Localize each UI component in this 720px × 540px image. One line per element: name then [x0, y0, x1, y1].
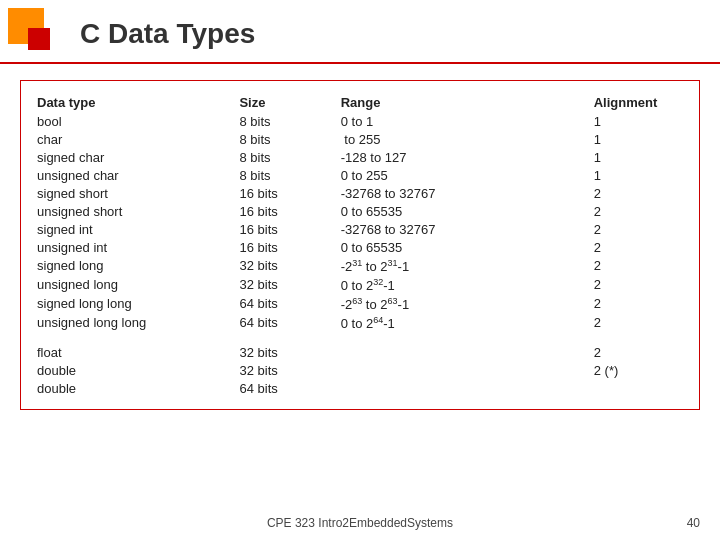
table-row: unsigned short 16 bits 0 to 65535 2	[31, 202, 689, 220]
cell-type: unsigned long long	[31, 314, 233, 333]
table-row: double 64 bits	[31, 379, 689, 397]
cell-range: 0 to 255	[335, 166, 588, 184]
page-title: C Data Types	[80, 18, 255, 50]
cell-range: 0 to 264-1	[335, 314, 588, 333]
table-row: unsigned char 8 bits 0 to 255 1	[31, 166, 689, 184]
cell-align: 2	[588, 343, 689, 361]
top-decoration	[0, 0, 80, 80]
cell-size: 64 bits	[233, 379, 334, 397]
col-header-size: Size	[233, 93, 334, 112]
cell-range	[335, 361, 588, 379]
cell-align: 2	[588, 275, 689, 294]
table-row: unsigned long long 64 bits 0 to 264-1 2	[31, 314, 689, 333]
cell-align: 2	[588, 202, 689, 220]
cell-range: 0 to 65535	[335, 238, 588, 256]
cell-range: -263 to 263-1	[335, 295, 588, 314]
cell-align: 2	[588, 220, 689, 238]
cell-align: 2	[588, 238, 689, 256]
table-row: unsigned int 16 bits 0 to 65535 2	[31, 238, 689, 256]
cell-range: 0 to 232-1	[335, 275, 588, 294]
cell-align	[588, 379, 689, 397]
table-row: signed short 16 bits -32768 to 32767 2	[31, 184, 689, 202]
cell-range	[335, 379, 588, 397]
cell-align: 1	[588, 166, 689, 184]
cell-size: 16 bits	[233, 202, 334, 220]
cell-range: -128 to 127	[335, 148, 588, 166]
cell-type: unsigned long	[31, 275, 233, 294]
cell-align: 1	[588, 112, 689, 130]
cell-size: 32 bits	[233, 275, 334, 294]
table-row: signed char 8 bits -128 to 127 1	[31, 148, 689, 166]
cell-range: to 255	[335, 130, 588, 148]
cell-align: 2	[588, 314, 689, 333]
cell-align: 2 (*)	[588, 361, 689, 379]
cell-type: unsigned char	[31, 166, 233, 184]
cell-align: 2	[588, 295, 689, 314]
cell-type: double	[31, 379, 233, 397]
table-row: signed int 16 bits -32768 to 32767 2	[31, 220, 689, 238]
cell-type: signed short	[31, 184, 233, 202]
cell-align: 2	[588, 256, 689, 275]
cell-type: signed int	[31, 220, 233, 238]
cell-align: 1	[588, 148, 689, 166]
cell-type: signed char	[31, 148, 233, 166]
cell-type: unsigned short	[31, 202, 233, 220]
cell-range: -32768 to 32767	[335, 220, 588, 238]
cell-type: signed long long	[31, 295, 233, 314]
cell-size: 8 bits	[233, 166, 334, 184]
table-row: float 32 bits 2	[31, 343, 689, 361]
cell-range: -231 to 231-1	[335, 256, 588, 275]
cell-type: unsigned int	[31, 238, 233, 256]
cell-size: 64 bits	[233, 295, 334, 314]
cell-range	[335, 343, 588, 361]
cell-size: 32 bits	[233, 256, 334, 275]
table-row: char 8 bits to 255 1	[31, 130, 689, 148]
cell-size: 16 bits	[233, 238, 334, 256]
table-row: signed long long 64 bits -263 to 263-1 2	[31, 295, 689, 314]
cell-range: 0 to 1	[335, 112, 588, 130]
table-row: double 32 bits 2 (*)	[31, 361, 689, 379]
title-underline	[0, 62, 720, 64]
cell-size: 32 bits	[233, 361, 334, 379]
cell-align: 1	[588, 130, 689, 148]
cell-range: 0 to 65535	[335, 202, 588, 220]
cell-type: char	[31, 130, 233, 148]
cell-type: signed long	[31, 256, 233, 275]
table-row: unsigned long 32 bits 0 to 232-1 2	[31, 275, 689, 294]
data-types-table: Data type Size Range Alignment bool 8 bi…	[31, 93, 689, 397]
cell-size: 32 bits	[233, 343, 334, 361]
cell-size: 16 bits	[233, 184, 334, 202]
table-row: signed long 32 bits -231 to 231-1 2	[31, 256, 689, 275]
cell-range: -32768 to 32767	[335, 184, 588, 202]
table-header-row: Data type Size Range Alignment	[31, 93, 689, 112]
col-header-datatype: Data type	[31, 93, 233, 112]
cell-type: bool	[31, 112, 233, 130]
cell-size: 8 bits	[233, 112, 334, 130]
cell-type: double	[31, 361, 233, 379]
page-number: 40	[687, 516, 700, 530]
cell-size: 16 bits	[233, 220, 334, 238]
data-types-table-container: Data type Size Range Alignment bool 8 bi…	[20, 80, 700, 410]
col-header-range: Range	[335, 93, 588, 112]
cell-size: 8 bits	[233, 130, 334, 148]
cell-size: 8 bits	[233, 148, 334, 166]
spacer-row	[31, 333, 689, 343]
cell-size: 64 bits	[233, 314, 334, 333]
table-row: bool 8 bits 0 to 1 1	[31, 112, 689, 130]
cell-align: 2	[588, 184, 689, 202]
footer-center: CPE 323 Intro2EmbeddedSystems	[0, 516, 720, 530]
cell-type: float	[31, 343, 233, 361]
col-header-alignment: Alignment	[588, 93, 689, 112]
red-square	[28, 28, 50, 50]
